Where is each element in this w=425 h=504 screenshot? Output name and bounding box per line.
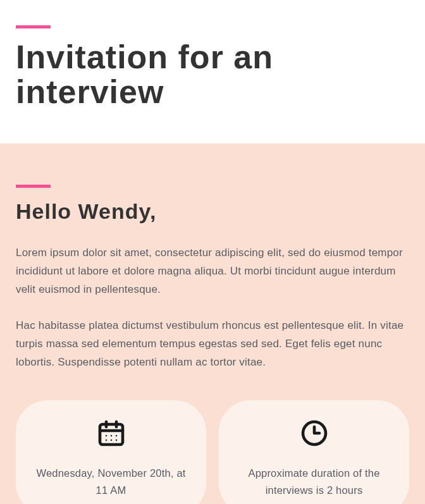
svg-point-8 [110, 439, 111, 440]
calendar-icon [32, 418, 190, 448]
duration-text: Approximate duration of the interviews i… [235, 465, 393, 499]
date-text: Wednesday, November 20th, at 11 AM [32, 465, 190, 499]
svg-point-4 [105, 434, 106, 436]
info-cards-row: Wednesday, November 20th, at 11 AM Appro… [16, 400, 409, 504]
date-card: Wednesday, November 20th, at 11 AM [16, 400, 206, 504]
accent-bar [16, 185, 51, 188]
greeting: Hello Wendy, [16, 199, 409, 224]
body-section: Hello Wendy, Lorem ipsum dolor sit amet,… [0, 144, 425, 504]
svg-point-9 [115, 439, 116, 440]
intro-paragraph: Hac habitasse platea dictumst vestibulum… [16, 317, 409, 372]
header-section: Invitation for an interview [0, 0, 425, 144]
svg-point-7 [105, 439, 106, 440]
svg-point-6 [115, 434, 116, 436]
svg-point-5 [110, 434, 111, 436]
duration-card: Approximate duration of the interviews i… [219, 400, 409, 504]
page-title: Invitation for an interview [16, 40, 409, 109]
clock-icon [235, 418, 393, 448]
svg-rect-0 [100, 424, 123, 445]
accent-bar [16, 25, 51, 28]
intro-paragraph: Lorem ipsum dolor sit amet, consectetur … [16, 244, 409, 299]
